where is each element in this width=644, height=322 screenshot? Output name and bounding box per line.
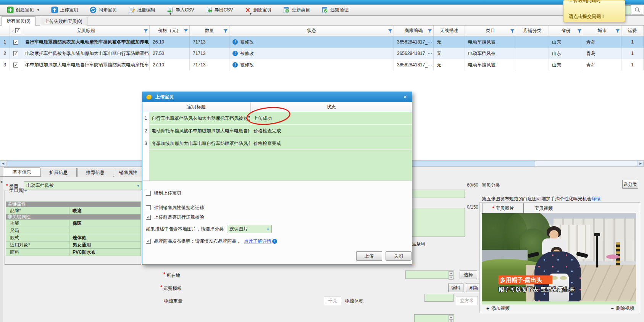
tab-item-images[interactable]: * 宝贝图片 xyxy=(483,203,524,213)
edit-freight-button[interactable]: 编辑 xyxy=(448,283,463,292)
panel-collapse-strip[interactable] xyxy=(0,167,3,322)
attr-row: 适用对象* 男女通用 xyxy=(6,242,141,249)
dialog-row[interactable]: 3 冬季加绒加厚加大电车电瓶自行车防晒罩挡防风衣电动摩托车... 价格检查完成 xyxy=(142,137,412,150)
barcode-input[interactable] xyxy=(424,294,454,302)
filter-icon[interactable] xyxy=(510,29,514,34)
table-row[interactable]: 2 电动摩托车挡风被冬季加绒加厚加大电车电瓶自行车防晒罩挡防... 27.50 … xyxy=(0,48,644,59)
tab-item-video[interactable]: 宝贝视频 xyxy=(528,205,559,213)
filter-icon[interactable] xyxy=(578,29,581,34)
tab-failed-items[interactable]: 上传失败的宝贝(0) xyxy=(40,17,87,26)
choose-classify-button[interactable]: 选分类 xyxy=(622,180,638,189)
tab-recommend-info[interactable]: 推荐信息 xyxy=(77,168,113,177)
filter-icon[interactable] xyxy=(616,29,620,34)
notification-bubble[interactable]: 上传遇到问题时 请点击提交问题！ xyxy=(563,0,625,22)
cell-status: 价格检查完成 xyxy=(250,125,412,137)
create-item-button[interactable]: 创建宝贝 ▼ xyxy=(4,6,43,14)
header-select-all[interactable]: ✓ xyxy=(10,26,22,36)
filter-icon[interactable] xyxy=(388,29,392,34)
tab-sale-attrs[interactable]: 销售属性 xyxy=(114,168,143,177)
close-icon[interactable]: ✕ xyxy=(401,93,409,100)
row-checkbox[interactable] xyxy=(13,40,18,45)
table-row[interactable]: 1 自行车电瓶罩挡防风衣加大电动摩托车挡风被冬季加绒加厚电车... 26.10 … xyxy=(0,36,644,48)
filter-icon[interactable] xyxy=(428,29,432,34)
select-all-checkbox[interactable] xyxy=(15,28,20,33)
header-code[interactable]: 商家编码 xyxy=(394,26,434,36)
header-city[interactable]: 城市 xyxy=(583,26,621,36)
filter-icon[interactable] xyxy=(224,29,228,34)
spin-down-icon[interactable]: ▼ xyxy=(449,275,454,280)
attr-value[interactable]: 连体款 xyxy=(69,234,140,241)
tab-all-items[interactable]: 所有宝贝(3) xyxy=(2,16,36,26)
upload-item-button[interactable]: 上传宝贝 xyxy=(48,6,81,14)
cell-city: 青岛 xyxy=(583,48,621,59)
brand-reminder-option[interactable]: 品牌商品发布提醒：请谨慎发布品牌商品， 点此了解详情 ! xyxy=(146,238,277,245)
remove-video-button[interactable]: － 删除视频 xyxy=(610,305,634,312)
dialog-upload-button[interactable]: 上传 xyxy=(356,251,382,261)
attr-value[interactable]: 暖途 xyxy=(69,207,140,214)
row-checkbox[interactable] xyxy=(13,51,18,56)
violation-checkbox[interactable] xyxy=(146,215,151,220)
spin-up-icon[interactable]: ▲ xyxy=(449,315,454,319)
woman-face xyxy=(549,230,558,239)
scroll-right-icon[interactable]: ▶ xyxy=(638,161,644,166)
option-label: 强制上传宝贝 xyxy=(154,190,181,196)
attr-value[interactable]: 保暖 xyxy=(69,220,140,227)
header-province[interactable]: 省份 xyxy=(549,26,583,36)
attr-name: 适用对象* xyxy=(6,242,69,248)
violation-check-option[interactable]: 上传前是否进行违规校验 xyxy=(146,214,204,221)
force-alias-option[interactable]: 强制销售属性值别名迁移 xyxy=(146,204,204,211)
title-input-partial[interactable] xyxy=(405,190,465,198)
price-stepper[interactable]: ▲▼ xyxy=(405,270,454,279)
attr-value[interactable] xyxy=(69,227,140,234)
brand-detail-link[interactable]: 点此了解详情 xyxy=(244,238,271,245)
header-qty[interactable]: 数量 xyxy=(190,26,229,36)
add-video-button[interactable]: ＋ 添加视频 xyxy=(486,305,510,312)
violation-verify-button[interactable]: 违规验证 xyxy=(318,6,352,14)
tab-basic-info[interactable]: 基本信息 xyxy=(4,167,40,176)
filter-icon[interactable] xyxy=(184,29,188,34)
attr-row: 款式 连体款 xyxy=(6,234,141,242)
delete-item-button[interactable]: 删除宝贝 xyxy=(241,6,274,14)
table-row[interactable]: 3 冬季加绒加厚加大电车电瓶自行车防晒罩挡防风衣电动摩托车挡... 27.10 … xyxy=(0,59,644,71)
scroll-left-icon[interactable]: ◀ xyxy=(0,161,6,166)
sync-item-button[interactable]: 同步宝贝 xyxy=(87,6,120,14)
image-category-select[interactable]: 默认图片▼ xyxy=(227,225,272,233)
force-upload-checkbox[interactable] xyxy=(146,191,151,196)
attr-value[interactable]: PVC防水布 xyxy=(69,249,140,256)
spin-up-icon[interactable]: ▲ xyxy=(449,271,454,275)
header-wireless[interactable]: 无线描述 xyxy=(434,26,465,36)
category-select[interactable]: 电动车挡风被▼ xyxy=(24,181,142,190)
tip-detail-link[interactable]: 详情 xyxy=(592,196,601,201)
header-shop-category[interactable]: 店铺分类 xyxy=(516,26,549,36)
header-title[interactable]: 宝贝标题 xyxy=(22,26,150,36)
header-freight[interactable]: 运费 xyxy=(621,26,644,36)
batch-edit-dropdown-icon[interactable]: ▼ xyxy=(169,13,172,15)
export-csv-dropdown-icon[interactable]: ▼ xyxy=(249,13,252,15)
dialog-titlebar[interactable]: 上传宝贝 ✕ xyxy=(142,92,412,102)
row-checkbox[interactable] xyxy=(13,63,18,68)
spin-down-icon[interactable]: ▼ xyxy=(449,319,454,322)
header-category[interactable]: 类目 xyxy=(465,26,516,36)
attr-row: 面料 PVC防水布 xyxy=(6,249,141,256)
tab-extend-info[interactable]: 扩展信息 xyxy=(40,168,77,177)
info-icon: ! xyxy=(232,62,238,68)
dialog-close-button[interactable]: 关闭 xyxy=(386,251,412,261)
filter-icon[interactable] xyxy=(144,29,148,34)
desc-textarea-partial[interactable] xyxy=(405,208,465,237)
cell-city: 青岛 xyxy=(583,59,621,71)
force-alias-checkbox[interactable] xyxy=(146,205,151,210)
search-button[interactable] xyxy=(632,5,643,15)
choose-location-button[interactable]: 选择 xyxy=(460,270,477,279)
qty-stepper[interactable]: ▲▼ xyxy=(414,314,454,322)
chevron-down-icon[interactable]: ▼ xyxy=(37,8,40,12)
attr-value[interactable]: 男女通用 xyxy=(69,242,140,248)
update-category-button[interactable]: 更新类目 xyxy=(280,6,313,14)
header-price[interactable]: 价格（元） xyxy=(150,26,190,36)
batch-edit-button[interactable]: 批量编辑 xyxy=(125,6,158,14)
collapse-left-icon[interactable]: ◀ xyxy=(0,180,2,184)
export-csv-button[interactable]: 导出CSV xyxy=(203,6,236,14)
dialog-row[interactable]: 2 电动摩托车挡风被冬季加绒加厚加大电车电瓶自行车防晒罩挡... 价格检查完成 xyxy=(142,125,412,137)
force-upload-option[interactable]: 强制上传宝贝 xyxy=(146,190,181,196)
brand-reminder-checkbox[interactable] xyxy=(146,239,151,244)
header-status[interactable]: 状态 xyxy=(229,26,394,36)
